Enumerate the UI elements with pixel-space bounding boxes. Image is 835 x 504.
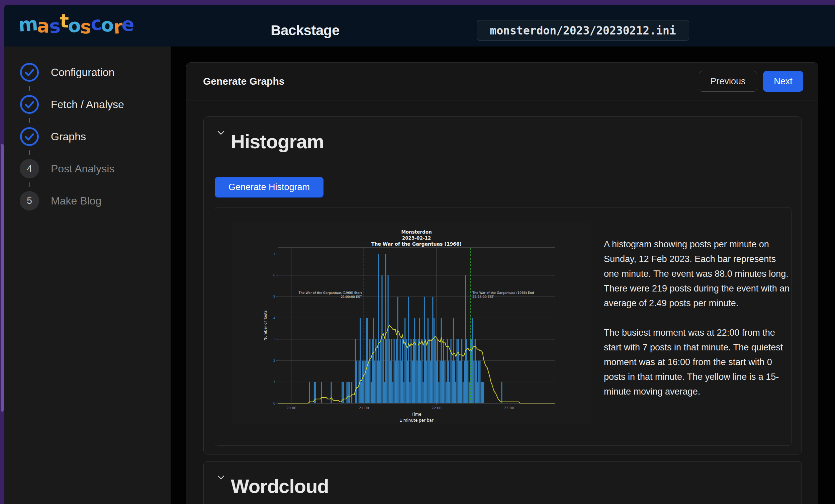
sidebar-item-graphs[interactable]: Graphs <box>4 126 170 146</box>
histogram-chart: 0123456720:0021:0022:0023:00The War of t… <box>232 223 590 424</box>
step-number-badge: 4 <box>20 159 39 178</box>
svg-text:Time: Time <box>411 412 421 417</box>
svg-text:The War of the Gargantuas (196: The War of the Gargantuas (1966) <box>371 241 462 247</box>
check-circle-icon <box>20 63 39 82</box>
page-title: Backstage <box>271 22 340 39</box>
svg-text:22:28:00 EST: 22:28:00 EST <box>472 295 494 299</box>
window-frame-top <box>0 0 835 5</box>
step-connector <box>29 182 30 187</box>
config-file-badge[interactable]: monsterdon/2023/20230212.ini <box>477 20 689 41</box>
svg-text:4: 4 <box>273 316 275 320</box>
svg-text:21:00:00 EST: 21:00:00 EST <box>341 295 362 299</box>
svg-text:Monsterdon: Monsterdon <box>401 229 431 235</box>
app-window: mastoscore Backstage monsterdon/2023/202… <box>4 5 835 504</box>
svg-text:21:00: 21:00 <box>359 406 369 410</box>
previous-button[interactable]: Previous <box>699 71 757 92</box>
sidebar-item-label: Make Blog <box>51 195 101 207</box>
sidebar-item-label: Post Analysis <box>51 163 115 175</box>
svg-text:3: 3 <box>273 337 275 341</box>
step-connector <box>29 150 30 155</box>
step-connector <box>29 86 30 91</box>
sidebar-item-post-analysis[interactable]: 4Post Analysis <box>4 159 170 179</box>
logo-letter: s <box>48 15 61 38</box>
wordcloud-section-header: Wordcloud <box>204 462 801 504</box>
step-connector <box>29 118 30 123</box>
svg-text:The War of the Gargantuas (196: The War of the Gargantuas (1966) Start <box>299 291 362 295</box>
scrollbar-thumb[interactable] <box>1 144 4 411</box>
histogram-description-paragraph: The busiest moment was at 22:00 from the… <box>604 325 791 399</box>
mastoscore-logo[interactable]: mastoscore <box>18 12 134 41</box>
wordcloud-section-title: Wordcloud <box>231 475 329 497</box>
histogram-description: A histogram showing posts per minute on … <box>604 237 791 399</box>
sidebar-item-fetch-analyse[interactable]: Fetch / Analyse <box>4 94 170 115</box>
card-title: Generate Graphs <box>203 76 284 87</box>
sidebar-item-make-blog[interactable]: 5Make Blog <box>4 191 170 211</box>
logo-letter: s <box>80 16 91 38</box>
svg-text:1 minute per bar: 1 minute per bar <box>400 418 433 423</box>
main-content: Generate Graphs Previous Next Histogram … <box>170 46 835 504</box>
sidebar-item-configuration[interactable]: Configuration <box>4 62 170 82</box>
logo-letter: a <box>37 15 50 37</box>
histogram-section-header: Histogram <box>204 117 801 164</box>
svg-text:1: 1 <box>273 380 275 384</box>
svg-text:20:00: 20:00 <box>286 406 297 410</box>
card-header: Generate Graphs Previous Next <box>186 63 818 100</box>
histogram-section: Histogram Generate Histogram 0123456720:… <box>203 117 802 455</box>
wordcloud-section: Wordcloud <box>203 461 802 504</box>
next-button[interactable]: Next <box>763 71 803 92</box>
check-circle-icon <box>20 127 39 146</box>
svg-text:5: 5 <box>273 295 275 299</box>
sidebar-item-label: Graphs <box>51 130 86 143</box>
svg-text:0: 0 <box>273 402 275 405</box>
generate-graphs-card: Generate Graphs Previous Next Histogram … <box>186 62 818 504</box>
generate-histogram-button[interactable]: Generate Histogram <box>215 177 324 197</box>
logo-letter: m <box>18 13 38 36</box>
chevron-down-icon[interactable] <box>218 128 224 135</box>
steps-sidebar: Configuration Fetch / Analyse Graphs 4Po… <box>4 46 170 504</box>
logo-letter: r <box>113 16 123 38</box>
sidebar-item-label: Configuration <box>51 66 115 79</box>
app-header: mastoscore Backstage monsterdon/2023/202… <box>4 5 835 46</box>
svg-text:2: 2 <box>273 359 275 362</box>
logo-letter: o <box>67 14 81 37</box>
logo-letter: t <box>59 10 68 32</box>
check-circle-icon <box>20 95 39 114</box>
svg-text:The War of the Gargantuas (196: The War of the Gargantuas (1966) End <box>472 291 534 295</box>
histogram-section-title: Histogram <box>231 130 324 153</box>
logo-letter: e <box>121 13 135 36</box>
svg-text:6: 6 <box>273 274 275 277</box>
histogram-description-paragraph: A histogram showing posts per minute on … <box>604 237 791 310</box>
svg-text:Number of Toots: Number of Toots <box>263 310 268 340</box>
svg-text:22:00: 22:00 <box>431 406 442 410</box>
step-number-badge: 5 <box>20 191 39 210</box>
svg-text:23:00: 23:00 <box>504 406 514 410</box>
svg-text:7: 7 <box>273 252 275 256</box>
sidebar-item-label: Fetch / Analyse <box>51 98 124 111</box>
svg-text:2023-02-12: 2023-02-12 <box>402 235 431 241</box>
histogram-result-panel: 0123456720:0021:0022:0023:00The War of t… <box>215 207 792 446</box>
chevron-down-icon[interactable] <box>218 472 224 480</box>
logo-letter: o <box>101 14 114 36</box>
